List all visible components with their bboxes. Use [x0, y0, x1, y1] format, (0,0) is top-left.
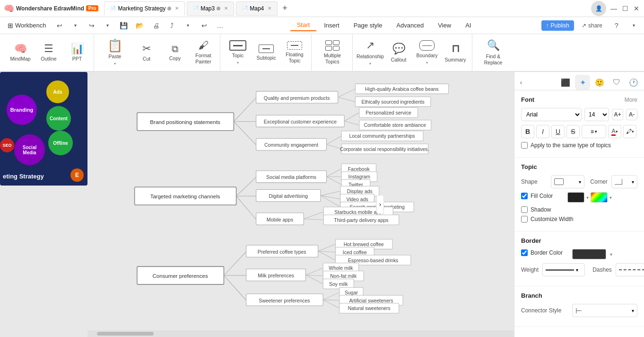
fill-color-palette[interactable] [591, 192, 608, 203]
font-family-select[interactable]: Arial [521, 108, 582, 121]
strikethrough-button[interactable]: S [566, 125, 580, 138]
copy-button[interactable]: ⧉ Copy [161, 35, 189, 70]
boundary-button[interactable]: Boundary ▾ [413, 35, 441, 70]
panel-tab-clock[interactable]: 🕐 [626, 75, 641, 90]
tab-close-1[interactable]: ✕ [224, 6, 228, 11]
find-replace-button[interactable]: 🔍 Find & Replace [476, 35, 510, 70]
multiple-topics-button[interactable]: Multiple Topics [315, 35, 349, 70]
underline-button[interactable]: U [551, 125, 565, 138]
font-size-increase[interactable]: A+ [612, 109, 623, 120]
maximize-button[interactable]: ☐ [621, 5, 629, 12]
canvas[interactable]: Ads Branding Content SEO SocialMedia Off… [0, 72, 514, 337]
close-button[interactable]: ✕ [633, 5, 640, 12]
scrollbar-thumb[interactable] [97, 332, 154, 336]
panel-tab-sparkle[interactable]: ✦ [575, 75, 590, 90]
tab-marketing-strategy[interactable]: 📄 Marketing Strategy ✕ [104, 1, 185, 16]
apply-same-checkbox[interactable] [521, 142, 528, 149]
font-size-decrease[interactable]: A- [626, 109, 637, 120]
font-color-button[interactable]: A ▾ [608, 125, 621, 138]
undo-dropdown[interactable]: ▾ [69, 19, 82, 32]
shape-select[interactable]: ▾ [551, 175, 584, 188]
callout-button[interactable]: 💬 Callout [385, 35, 412, 70]
extra-button[interactable]: … [214, 19, 227, 32]
open-button[interactable]: 📂 [133, 19, 147, 32]
weight-select[interactable]: ▾ [542, 263, 585, 276]
menu-tab-start[interactable]: Start [290, 19, 316, 31]
user-avatar[interactable]: 👤 [591, 1, 606, 16]
redo-dropdown[interactable]: ▾ [101, 19, 114, 32]
help-dropdown[interactable]: ▾ [627, 19, 640, 32]
connector-style-select[interactable]: ⊢ ▾ [572, 304, 637, 317]
summary-button[interactable]: ⊓ Summary [442, 35, 469, 70]
panel-tab-shape[interactable]: ⬛ [558, 75, 573, 90]
svg-line-26 [327, 144, 341, 149]
shadow-checkbox[interactable] [521, 206, 528, 213]
highlight-color-button[interactable]: 🖍 ▾ [623, 125, 636, 138]
topic-title: Topic [521, 163, 537, 170]
panel-collapse-arrow[interactable]: ‹ [515, 77, 527, 88]
svg-line-96 [323, 300, 339, 300]
cut-button[interactable]: ✂ Cut [133, 35, 160, 70]
branch-section-header: Branch [521, 292, 637, 299]
subtopic-button[interactable]: Subtopic [252, 35, 280, 70]
border-color-checkbox[interactable] [521, 249, 528, 256]
relationship-button[interactable]: ↗ Relationship ▾ [357, 35, 384, 70]
menu-tab-insert[interactable]: Insert [317, 20, 346, 31]
tab-close-2[interactable]: ✕ [268, 6, 271, 11]
format-painter-button[interactable]: 🖌 Format Painter [190, 35, 217, 70]
fill-color-checkbox[interactable] [521, 193, 528, 199]
border-color-swatch[interactable] [572, 249, 606, 259]
help-button[interactable]: ? [610, 19, 623, 32]
tab-map3[interactable]: 📄 Map3 ✕ [187, 1, 234, 16]
outline-view-button[interactable]: ☰ Outline [35, 35, 62, 70]
border-section-header: Border [521, 237, 637, 244]
paste-button[interactable]: 📋 Paste ▾ [98, 35, 132, 70]
panel-tab-shield[interactable]: 🛡 [609, 75, 624, 90]
panel-collapse-button[interactable]: › [376, 195, 384, 214]
print-button[interactable]: 🖨 [149, 19, 163, 32]
more-button[interactable]: ↩ [198, 19, 211, 32]
mindmap-view-button[interactable]: 🧠 MindMap [7, 35, 34, 70]
font-size-select[interactable]: 14 [584, 108, 609, 121]
redo-button[interactable]: ↪ [85, 19, 98, 32]
publish-button[interactable]: ↑ Publish [541, 20, 574, 31]
menu-tab-advanced[interactable]: Advanced [390, 20, 430, 31]
horizontal-scrollbar[interactable] [87, 330, 514, 337]
workbench-button[interactable]: ⊞ Workbench [4, 20, 50, 31]
export-button[interactable]: ⤴ [165, 19, 179, 32]
topic-button[interactable]: Topic ▾ [224, 35, 252, 70]
ppt-view-button[interactable]: 📊 PPT [63, 35, 91, 70]
fill-color-arrow[interactable]: ▾ [586, 195, 589, 200]
floating-topic-button[interactable]: Floating Topic [281, 35, 308, 70]
font-more[interactable]: More [625, 97, 637, 103]
panel-tab-smiley[interactable]: 🙂 [592, 75, 607, 90]
border-color-label: Border Color [531, 249, 563, 256]
share-button[interactable]: ↗ share [578, 20, 606, 31]
svg-line-93 [323, 293, 339, 300]
tab-close-0[interactable]: ✕ [175, 6, 179, 11]
add-tab-button[interactable]: + [282, 3, 287, 13]
fill-palette-arrow[interactable]: ▾ [609, 195, 612, 200]
svg-line-66 [224, 252, 246, 275]
align-button[interactable]: ≡ ▾ [582, 125, 606, 138]
fill-color-label: Fill Color [531, 193, 553, 199]
italic-button[interactable]: I [536, 125, 549, 138]
undo-button[interactable]: ↩ [53, 19, 66, 32]
svg-text:Mobile apps: Mobile apps [267, 217, 293, 222]
menu-tab-ai[interactable]: AI [459, 20, 478, 31]
bold-button[interactable]: B [521, 125, 534, 138]
menu-tab-pagestyle[interactable]: Page style [347, 20, 389, 31]
customize-width-checkbox[interactable] [521, 216, 528, 222]
corner-select[interactable]: ▾ [611, 175, 637, 188]
tab-map4[interactable]: 📄 Map4 ✕ [236, 1, 278, 16]
minimize-button[interactable]: — [610, 5, 618, 12]
save-button[interactable]: 💾 [117, 19, 131, 32]
tab-label-2: Map4 [250, 5, 264, 12]
thumbnail-title: eting Strategy [3, 173, 44, 180]
dashes-select[interactable]: ▾ [616, 263, 644, 276]
border-color-arrow[interactable]: ▾ [610, 252, 612, 257]
import-dropdown[interactable]: ▾ [182, 19, 195, 32]
svg-text:Ethically sourced ingredients: Ethically sourced ingredients [361, 99, 424, 105]
fill-color-swatch[interactable] [567, 192, 584, 203]
menu-tab-view[interactable]: View [431, 20, 458, 31]
